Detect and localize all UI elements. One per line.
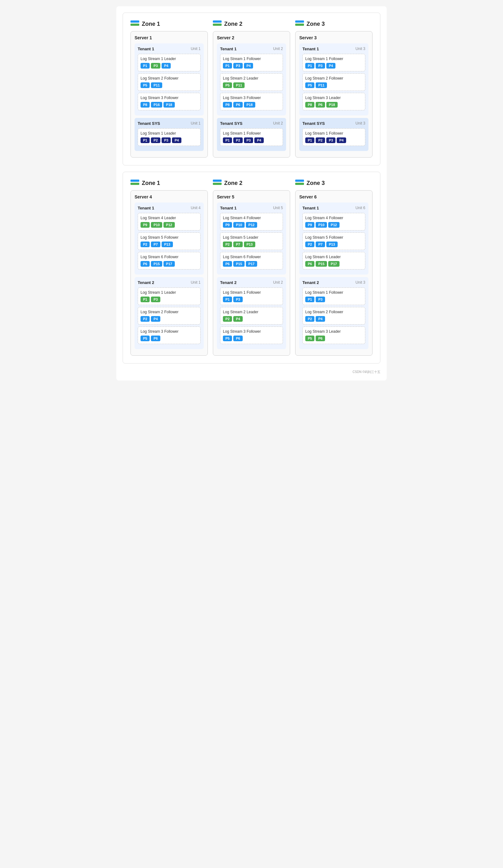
tenant-unit: Unit 1 [191,121,201,126]
partition-tag: P18 [244,102,255,107]
partition-tag: P6 [151,335,160,341]
partition-tag: P4 [254,137,263,143]
partition-tag: P1 [305,137,314,143]
footer-text: CSDN ©码到三十五 [123,370,380,374]
zone-label: Zone 3 [306,180,325,186]
server-title: Server 1 [135,35,204,40]
zone-title: Zone 1 [130,179,208,186]
logstream-label: Log Stream 3 Leader [305,96,363,100]
tenant-name: Tenant 2 [302,280,319,285]
logstream-block: Log Stream 1 FollowerP1P3P4 [220,54,283,71]
partition-tag: P4 [244,63,253,69]
partition-tag: P10 [316,222,327,228]
partition-row: P6P15P17 [140,261,198,267]
tenant-block-t1s5: Tenant 1Unit 5Log Stream 4 FollowerP9P10… [217,203,286,275]
logstream-block: Log Stream 1 LeaderP1P3 [138,288,201,305]
partition-tag: P17 [246,261,257,267]
partition-row: P1P3P4 [140,63,198,69]
partition-tag: P5 [305,335,314,341]
partition-tag: P13 [326,241,338,247]
tenant-block-t1s3: Tenant 1Unit 3Log Stream 1 FollowerP1P3P… [299,43,368,115]
logstream-label: Log Stream 2 Follower [140,310,198,314]
tenant-unit: Unit 2 [273,121,283,126]
tenant-header: Tenant 2Unit 3 [302,280,365,285]
partition-tag: P17 [328,261,339,267]
logstream-label: Log Stream 5 Leader [223,235,280,240]
partition-tag: P3 [161,137,171,143]
zone-row-1: Zone 1Server 1Tenant 1Unit 1Log Stream 1… [123,13,380,165]
logstream-label: Log Stream 1 Follower [223,290,280,295]
partition-tag: P4 [326,63,335,69]
partition-tag: P6 [233,335,242,341]
logstream-label: Log Stream 4 Leader [140,216,198,220]
logstream-label: Log Stream 5 Follower [140,235,198,240]
logstream-block: Log Stream 4 FollowerP9P10P12 [302,213,365,230]
partition-tag: P2 [233,137,242,143]
partition-row: P1P2P3P4 [140,137,198,143]
zone-icon [213,20,222,27]
server-box-server6: Server 6Tenant 1Unit 6Log Stream 4 Follo… [295,190,373,356]
partition-row: P9P10P12 [223,222,280,228]
server-title: Server 5 [217,194,286,199]
logstream-label: Log Stream 1 Leader [140,290,198,295]
partition-tag: P3 [233,63,242,69]
logstream-block: Log Stream 2 FollowerP2P4 [138,307,201,324]
logstream-block: Log Stream 3 FollowerP5P6 [220,327,283,344]
logstream-block: Log Stream 6 FollowerP6P15P17 [220,252,283,269]
logstream-label: Log Stream 2 Follower [140,76,198,81]
partition-tag: P4 [316,316,325,322]
tenant-name: Tenant 1 [138,206,154,210]
tenant-block-t_sys_s2: Tenant SYSUnit 2Log Stream 1 FollowerP1P… [217,118,286,151]
partition-tag: P2 [140,316,150,322]
partition-tag: P3 [326,137,335,143]
logstream-block: Log Stream 3 FollowerP8P6P18 [220,93,283,110]
partition-tag: P2 [151,137,160,143]
partition-tag: P3 [233,297,242,302]
partition-row: P2P4 [140,316,198,322]
partition-row: P8P16P18 [140,102,198,107]
logstream-block: Log Stream 4 LeaderP9P10P12 [138,213,201,230]
logstream-block: Log Stream 1 FollowerP1P2P3P4 [302,128,365,146]
logstream-block: Log Stream 2 LeaderP5P11 [220,73,283,91]
logstream-label: Log Stream 2 Follower [305,310,363,314]
tenant-name: Tenant 1 [220,46,237,51]
partition-tag: P5 [305,82,314,88]
logstream-block: Log Stream 3 LeaderP5P6 [302,327,365,344]
partition-tag: P13 [244,241,255,247]
logstream-block: Log Stream 1 LeaderP1P2P3P4 [138,128,201,146]
partition-tag: P6 [233,102,242,107]
partition-tag: P12 [246,222,257,228]
tenant-unit: Unit 2 [273,46,283,51]
zone-icon [295,20,304,27]
tenant-name: Tenant 1 [220,206,237,210]
logstream-block: Log Stream 5 FollowerP2P7P13 [302,232,365,250]
logstream-label: Log Stream 3 Follower [140,329,198,334]
zone-label: Zone 2 [224,21,242,27]
logstream-block: Log Stream 2 FollowerP2P4 [302,307,365,324]
partition-tag: P2 [316,137,325,143]
partition-tag: P1 [223,63,232,69]
tenant-header: Tenant 1Unit 1 [138,46,201,51]
partition-tag: P11 [316,82,327,88]
partition-tag: P2 [223,241,232,247]
tenant-unit: Unit 2 [273,280,283,285]
partition-tag: P4 [151,316,160,322]
logstream-block: Log Stream 3 FollowerP8P16P18 [138,93,201,110]
partition-row: P1P3 [223,297,280,302]
tenant-name: Tenant 1 [302,206,319,210]
tenant-header: Tenant 1Unit 5 [220,206,283,210]
partition-tag: P3 [316,297,325,302]
tenant-header: Tenant 2Unit 1 [138,280,201,285]
tenant-block-t1s2: Tenant 1Unit 2Log Stream 1 FollowerP1P3P… [217,43,286,115]
partition-tag: P15 [316,261,327,267]
partition-row: P5P11 [223,82,280,88]
tenant-name: Tenant SYS [302,121,325,126]
tenant-block-t2s4: Tenant 2Unit 1Log Stream 1 LeaderP1P3Log… [135,277,204,349]
server-title: Server 3 [299,35,368,40]
tenant-name: Tenant SYS [220,121,242,126]
zone-block-zone3b: Zone 3Server 6Tenant 1Unit 6Log Stream 4… [293,177,375,358]
partition-tag: P9 [223,222,232,228]
tenant-unit: Unit 6 [356,206,365,210]
partition-tag: P6 [223,261,232,267]
partition-row: P8P6P18 [305,102,363,107]
